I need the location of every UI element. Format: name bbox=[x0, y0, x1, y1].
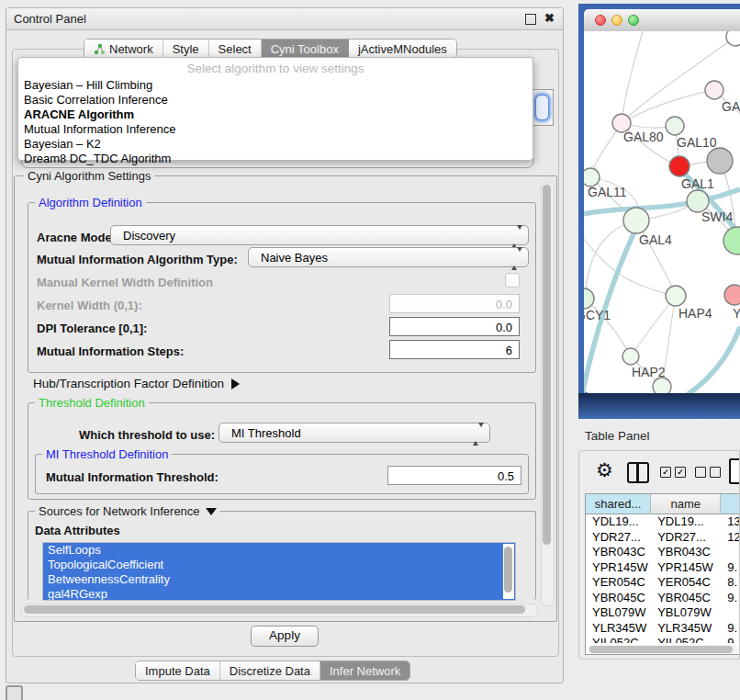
network-node-gal[interactable] bbox=[705, 81, 723, 99]
network-edge[interactable] bbox=[622, 37, 735, 123]
table-horizontal-scrollbar[interactable] bbox=[588, 645, 738, 654]
network-node-gal1[interactable] bbox=[669, 156, 690, 176]
mi-algorithm-type-combo[interactable]: Naive Bayes bbox=[248, 247, 529, 267]
network-edge[interactable] bbox=[622, 31, 643, 123]
apply-button[interactable]: Apply bbox=[251, 626, 319, 647]
network-icon bbox=[94, 43, 106, 55]
network-window-titlebar[interactable] bbox=[584, 9, 740, 32]
tab-discretize-data[interactable]: Discretize Data bbox=[220, 661, 320, 680]
network-edge[interactable] bbox=[631, 296, 676, 356]
threshold-definition-title: Threshold Definition bbox=[35, 396, 149, 410]
manual-kernel-width-label: Manual Kernel Width Definition bbox=[37, 276, 213, 289]
network-view-window: GALGAL80GAL10GAL1GAL11SWI4GAL4GCY1HAP4YH… bbox=[578, 4, 740, 419]
tab-select[interactable]: Select bbox=[209, 40, 262, 58]
dropdown-item[interactable]: Mutual Information Inference bbox=[22, 122, 529, 137]
tab-infer-network[interactable]: Infer Network bbox=[320, 661, 409, 680]
close-icon[interactable]: ✖ bbox=[544, 11, 555, 25]
attribute-list-item[interactable]: TopologicalCoefficient bbox=[43, 558, 515, 572]
attribute-list-item[interactable]: BetweennessCentrality bbox=[43, 572, 515, 587]
manual-kernel-width-checkbox[interactable] bbox=[505, 273, 520, 288]
close-traffic-light-icon[interactable] bbox=[595, 15, 606, 26]
gear-icon[interactable]: ⚙ bbox=[596, 459, 613, 481]
table-row[interactable]: YPR145WYPR145W9. bbox=[586, 560, 740, 576]
node-label: HAP4 bbox=[678, 306, 712, 321]
attribute-list-item[interactable]: gal4RGexp bbox=[43, 587, 515, 601]
tab-impute-data[interactable]: Impute Data bbox=[136, 661, 220, 680]
network-window-frame bbox=[578, 393, 740, 419]
node-label: GAL10 bbox=[677, 135, 717, 150]
tab-network[interactable]: Network bbox=[84, 40, 163, 58]
table-row[interactable]: YDR27...YDR27...12 bbox=[586, 530, 740, 546]
tab-style[interactable]: Style bbox=[163, 40, 209, 58]
sources-expander[interactable]: Sources for Network Inference bbox=[35, 504, 220, 518]
network-edge[interactable] bbox=[622, 90, 714, 123]
collapsed-panel-icon[interactable] bbox=[6, 685, 23, 700]
network-node-hap2[interactable] bbox=[622, 348, 639, 365]
dpi-tolerance-label: DPI Tolerance [0,1]: bbox=[37, 322, 147, 335]
column-header[interactable] bbox=[721, 494, 740, 514]
dropdown-item[interactable]: ARACNE Algorithm bbox=[22, 107, 529, 122]
settings-vertical-scrollbar[interactable] bbox=[541, 182, 555, 606]
mi-steps-field[interactable]: 6 bbox=[389, 340, 520, 359]
document-icon[interactable] bbox=[729, 458, 740, 484]
attribute-list-item[interactable]: SelfLoops bbox=[43, 543, 515, 558]
network-canvas[interactable]: GALGAL80GAL10GAL1GAL11SWI4GAL4GCY1HAP4YH… bbox=[584, 31, 740, 393]
select-unchecked-icon[interactable] bbox=[695, 467, 721, 478]
mi-algorithm-type-label: Mutual Information Algorithm Type: bbox=[37, 253, 238, 266]
split-column-icon[interactable] bbox=[627, 462, 649, 483]
kernel-width-field[interactable]: 0.0 bbox=[389, 294, 520, 313]
table-row[interactable]: YBR043CYBR043C bbox=[586, 545, 740, 560]
network-node[interactable] bbox=[723, 227, 740, 254]
table-row[interactable]: YBR045CYBR045C9. bbox=[586, 591, 740, 606]
float-window-icon[interactable] bbox=[525, 14, 536, 25]
select-checked-icon[interactable]: ✓✓ bbox=[660, 467, 686, 478]
zoom-traffic-light-icon[interactable] bbox=[628, 15, 639, 26]
dropdown-item[interactable]: Basic Correlation Inference bbox=[22, 93, 529, 107]
network-node[interactable] bbox=[707, 148, 733, 174]
network-node[interactable] bbox=[653, 378, 671, 393]
table-row[interactable]: YER054CYER054C8. bbox=[586, 575, 740, 591]
minimize-traffic-light-icon[interactable] bbox=[611, 15, 622, 26]
table-row[interactable]: YLR345WYLR345W9. bbox=[586, 621, 740, 637]
hub-definition-expander[interactable]: Hub/Transcription Factor Definition bbox=[33, 377, 240, 390]
column-header[interactable]: shared... bbox=[586, 494, 651, 514]
control-panel-titlebar[interactable]: Control Panel ✖ bbox=[6, 8, 563, 30]
network-node-hap4[interactable] bbox=[666, 286, 686, 306]
table-row[interactable]: YBL079WYBL079W bbox=[586, 605, 740, 621]
column-header[interactable]: name bbox=[651, 494, 721, 514]
dpi-tolerance-field[interactable]: 0.0 bbox=[389, 317, 520, 336]
network-node-gal10[interactable] bbox=[666, 117, 684, 135]
table-header: shared...name bbox=[586, 494, 740, 514]
network-node-gal11[interactable] bbox=[584, 168, 600, 186]
algorithm-definition-title: Algorithm Definition bbox=[35, 196, 146, 209]
combo-stepper-icon bbox=[511, 230, 522, 243]
node-label: GAL1 bbox=[681, 176, 714, 191]
data-attributes-list: SelfLoopsTopologicalCoefficientBetweenne… bbox=[42, 542, 516, 601]
tab-jactivemnodules[interactable]: jActiveMNodules bbox=[349, 40, 456, 58]
tab-cyni-toolbox[interactable]: Cyni Toolbox bbox=[262, 40, 349, 58]
node-label: GAL80 bbox=[623, 130, 664, 144]
network-node-y[interactable] bbox=[724, 285, 740, 305]
list-scrollbar[interactable] bbox=[503, 544, 514, 599]
node-label: Y bbox=[733, 306, 740, 321]
dropdown-item[interactable]: Dream8 DC_TDC Algorithm bbox=[22, 152, 529, 166]
expander-collapsed-icon bbox=[231, 378, 240, 390]
control-panel-tabs: NetworkStyleSelectCyni ToolboxjActiveMNo… bbox=[84, 39, 457, 59]
dropdown-item[interactable]: Bayesian – Hill Climbing bbox=[22, 78, 529, 93]
node-table: shared...name YDL19...YDL19...13YDR27...… bbox=[585, 493, 740, 655]
table-panel-title: Table Panel bbox=[585, 429, 650, 443]
table-row[interactable]: YDL19...YDL19...13 bbox=[586, 514, 740, 530]
inference-algorithm-combo-stepper[interactable] bbox=[532, 89, 554, 126]
table-row[interactable]: YIL052CYIL052C9. bbox=[586, 636, 740, 643]
network-node[interactable] bbox=[726, 31, 740, 46]
settings-horizontal-scrollbar[interactable] bbox=[20, 604, 538, 617]
algorithm-dropdown-items: Bayesian – Hill ClimbingBasic Correlatio… bbox=[22, 78, 529, 166]
network-edge-highlighted[interactable] bbox=[687, 327, 740, 393]
dropdown-item[interactable]: Bayesian – K2 bbox=[22, 137, 529, 152]
aracne-mode-combo[interactable]: Discovery bbox=[110, 225, 529, 245]
kernel-width-label: Kernel Width (0,1): bbox=[37, 299, 142, 312]
network-node-gal4[interactable] bbox=[623, 208, 649, 233]
which-threshold-combo[interactable]: MI Threshold bbox=[219, 423, 490, 443]
mi-threshold-field[interactable]: 0.5 bbox=[387, 466, 521, 485]
node-label: GAL bbox=[722, 99, 740, 114]
